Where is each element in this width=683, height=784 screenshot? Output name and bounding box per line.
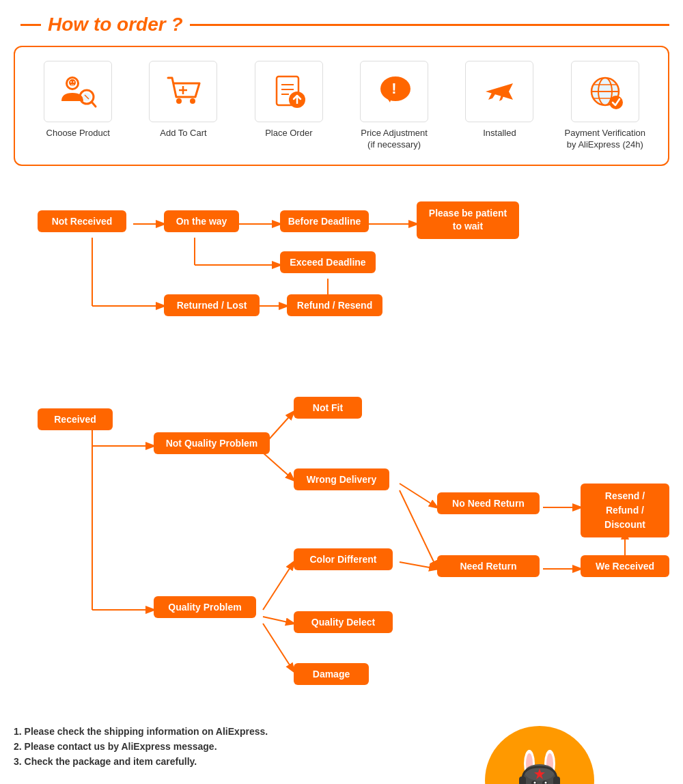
step-price-adjustment: ! Price Adjustment(if necessary) xyxy=(346,61,442,151)
bottom-section: 1. Please check the shipping information… xyxy=(14,726,669,784)
flowchart-received: Received Not Quality Problem Quality Pro… xyxy=(14,371,669,712)
step-add-to-cart: Add To Cart xyxy=(135,61,231,139)
step-label-add-to-cart: Add To Cart xyxy=(160,128,206,139)
right-section: If you have any else requirements, you c… xyxy=(410,726,669,784)
node-refund-resend: Refund / Resend xyxy=(287,294,382,316)
node-damage: Damage xyxy=(294,663,369,685)
bunny-mascot xyxy=(485,726,594,784)
svg-point-5 xyxy=(70,81,72,83)
node-need-return: Need Return xyxy=(437,555,540,577)
step-label-choose-product: Choose Product xyxy=(46,128,110,139)
svg-point-27 xyxy=(609,96,623,109)
node-before-deadline: Before Deadline xyxy=(280,210,369,232)
step-payment-verification: Payment Verificationby AliExpress (24h) xyxy=(557,61,653,151)
node-no-need-return: No Need Return xyxy=(437,492,540,514)
step-label-place-order: Place Order xyxy=(265,128,312,139)
title-line-left xyxy=(20,24,41,26)
node-not-received: Not Received xyxy=(38,210,126,232)
svg-point-6 xyxy=(73,81,74,83)
node-not-quality-problem: Not Quality Problem xyxy=(154,432,270,454)
svg-line-43 xyxy=(263,562,294,610)
svg-line-46 xyxy=(400,484,437,507)
step-icon-choose-product xyxy=(44,61,112,122)
node-on-the-way: On the way xyxy=(164,210,239,232)
svg-line-47 xyxy=(400,562,437,569)
svg-point-10 xyxy=(190,98,195,104)
flowchart-not-received: Not Received On the way Before Deadline … xyxy=(14,186,669,364)
note-2: 2. Please contact us by AliExpress messa… xyxy=(14,741,410,752)
page-title: How to order ? xyxy=(48,14,183,36)
node-color-different: Color Different xyxy=(294,548,393,570)
step-icon-price-adjustment: ! xyxy=(360,61,428,122)
step-icon-add-to-cart xyxy=(149,61,217,122)
node-exceed-deadline: Exceed Deadline xyxy=(280,251,376,273)
svg-point-63 xyxy=(534,781,536,783)
svg-line-45 xyxy=(263,624,294,671)
svg-line-44 xyxy=(263,617,294,624)
step-place-order: Place Order xyxy=(241,61,337,139)
node-wrong-delivery: Wrong Delivery xyxy=(294,468,389,490)
step-icon-payment-verification xyxy=(571,61,639,122)
note-3: 3. Check the package and item carefully. xyxy=(14,756,410,767)
step-icon-installed xyxy=(465,61,533,122)
svg-rect-66 xyxy=(519,776,526,784)
step-label-payment-verification: Payment Verificationby AliExpress (24h) xyxy=(565,128,646,151)
node-please-wait: Please be patient to wait xyxy=(417,201,519,239)
svg-point-9 xyxy=(176,98,182,104)
step-icon-place-order xyxy=(255,61,323,122)
node-quality-defect: Quality Delect xyxy=(294,611,393,633)
title-section: How to order ? xyxy=(14,14,669,36)
node-received: Received xyxy=(38,408,113,430)
svg-line-48 xyxy=(400,490,437,569)
title-line-right xyxy=(190,24,669,26)
svg-text:!: ! xyxy=(391,80,396,97)
order-steps-box: Choose Product Add To Cart xyxy=(14,46,669,166)
note-1: 1. Please check the shipping information… xyxy=(14,726,410,737)
step-label-installed: Installed xyxy=(483,128,516,139)
title-highlight: order ? xyxy=(117,14,182,35)
notes-section: 1. Please check the shipping information… xyxy=(14,726,410,771)
svg-point-64 xyxy=(545,781,547,783)
node-returned-lost: Returned / Lost xyxy=(164,294,260,316)
node-resend-refund-discount: Resend / Refund / Discount xyxy=(581,484,669,537)
svg-line-3 xyxy=(92,102,96,107)
node-not-fit: Not Fit xyxy=(294,397,362,419)
step-label-price-adjustment: Price Adjustment(if necessary) xyxy=(361,128,428,151)
title-prefix: How to xyxy=(48,14,117,35)
node-we-received: We Received xyxy=(581,555,669,577)
node-quality-problem: Quality Problem xyxy=(154,596,256,618)
step-choose-product: Choose Product xyxy=(30,61,126,139)
step-installed: Installed xyxy=(451,61,547,139)
svg-line-42 xyxy=(263,453,294,480)
